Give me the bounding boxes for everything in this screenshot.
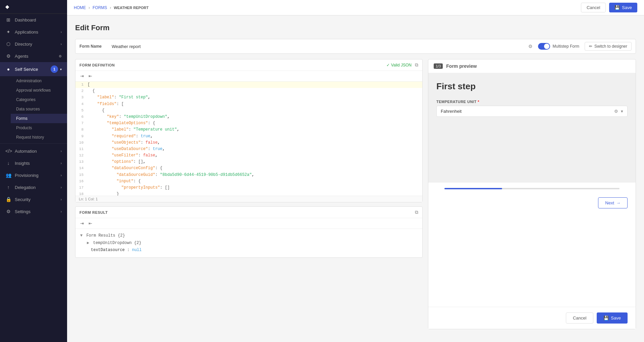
chevron-right-icon: › (61, 30, 62, 34)
delegation-icon: ↑ (5, 185, 11, 190)
chevron-down-icon: ▾ (621, 109, 623, 114)
sidebar-item-label: Settings (15, 209, 31, 214)
sidebar-item-dashboard[interactable]: ⊞ Dashboard (0, 14, 67, 26)
form-name-input[interactable] (112, 44, 528, 49)
result-toolbar: ⇥ ⇤ (75, 218, 422, 229)
sidebar-item-self-service[interactable]: ● Self Service 1 ▾ (0, 62, 67, 76)
preview-save-button[interactable]: 💾 Save (597, 312, 628, 324)
next-button[interactable]: Next → (598, 197, 628, 208)
sidebar-item-insights[interactable]: ↓ Insights › (0, 157, 67, 169)
code-line-17: 17 "propertyInputs": [] (75, 185, 422, 191)
chevron-right-icon: › (61, 198, 62, 201)
sidebar-item-label: Insights (15, 161, 30, 166)
copy-icon[interactable]: ⧉ (415, 62, 418, 68)
form-definition-header: FORM DEFINITION ✓ Valid JSON ⧉ (75, 59, 422, 71)
sidebar-item-settings[interactable]: ⚙ Settings › (0, 205, 67, 217)
sidebar-item-categories[interactable]: Categories (11, 95, 67, 104)
temperature-unit-select[interactable]: Fahrenheit ⚙ ▾ (436, 106, 628, 117)
code-line-7: 7 "templateOptions": { (75, 120, 422, 127)
sidebar-item-request-history[interactable]: Request history (11, 133, 67, 142)
sidebar-item-approval-workflows[interactable]: Approval workflows (11, 86, 67, 95)
automation-icon: </> (5, 148, 11, 154)
sidebar-label: Approval workflows (16, 88, 51, 93)
save-button[interactable]: 💾 Save (609, 3, 637, 12)
sidebar-label: Data sources (16, 107, 40, 111)
sidebar-item-label: Delegation (15, 185, 36, 190)
save-icon-bottom: 💾 (603, 315, 609, 321)
collapse-icon[interactable]: ▼ (80, 233, 83, 238)
expand-icon[interactable]: ▶ (87, 241, 89, 245)
lock-icon: 🔒 (5, 197, 11, 202)
sidebar-item-delegation[interactable]: ↑ Delegation › (0, 181, 67, 193)
code-line-9: 9 "required": true, (75, 133, 422, 140)
form-name-bar: Form Name ⚙ Multistep Form ✏ Switch to d… (75, 39, 636, 54)
breadcrumb: HOME › FORMS › WEATHER REPORT (74, 5, 149, 10)
sidebar-item-label: Applications (15, 30, 38, 35)
sidebar-item-agents[interactable]: ⚙ Agents ⚙ (0, 50, 67, 62)
gear-icon: ⚙ (59, 54, 62, 58)
cancel-button[interactable]: Cancel (581, 3, 606, 12)
breadcrumb-sep1: › (89, 5, 90, 10)
result-child-1-label: tempUnitDropdown {2} (93, 241, 141, 245)
sidebar-item-applications[interactable]: ✦ Applications › (0, 26, 67, 38)
gear-field-icon[interactable]: ⚙ (614, 109, 618, 114)
copy-result-icon[interactable]: ⧉ (415, 209, 418, 215)
code-line-14: 14 "dataSourceConfig": { (75, 165, 422, 172)
expand-all-button[interactable]: ⇥ (79, 220, 85, 227)
provisioning-icon: 👥 (5, 173, 11, 178)
chevron-right-icon: › (61, 42, 62, 46)
outdent-button[interactable]: ⇤ (87, 73, 94, 79)
chevron-right-icon: › (61, 186, 62, 189)
sidebar-label: Products (16, 126, 32, 130)
code-line-8: 8 "label": "Temperature unit", (75, 127, 422, 133)
sidebar-item-label: Automation (15, 149, 37, 154)
sidebar-item-directory[interactable]: ⬡ Directory › (0, 38, 67, 50)
code-line-4: 4 "fields": [ (75, 101, 422, 107)
form-result-section: FORM RESULT ⧉ ⇥ ⇤ ▼ Form Results {2} (75, 206, 423, 258)
code-line-15: 15 "dataSourceGuid": "8bda5d90-6d44-4519… (75, 172, 422, 178)
checkmark-icon: ✓ (386, 63, 390, 67)
sidebar-item-administration[interactable]: Administration (11, 76, 67, 86)
sidebar-item-products[interactable]: Products (11, 123, 67, 133)
collapse-all-button[interactable]: ⇤ (87, 220, 94, 227)
editor-toolbar: ⇥ ⇤ (75, 71, 422, 82)
indent-button[interactable]: ⇥ (79, 73, 85, 79)
preview-cancel-button[interactable]: Cancel (566, 312, 593, 324)
result-content: ▼ Form Results {2} ▶ tempUnitDropdown {2… (75, 229, 422, 257)
sidebar-logo: ◆ (0, 0, 67, 14)
form-result-title: FORM RESULT (79, 210, 108, 214)
breadcrumb-home[interactable]: HOME (74, 5, 86, 10)
sidebar-item-forms[interactable]: Forms (11, 114, 67, 123)
sidebar-item-provisioning[interactable]: 👥 Provisioning › (0, 169, 67, 181)
form-preview-panel: 1/3 Form preview First step TEMPERATURE … (428, 59, 636, 329)
code-editor[interactable]: 1 [ 2 { 3 "label": "First step", (75, 82, 422, 196)
code-line-13: 13 "options": [], (75, 159, 422, 165)
sidebar-item-security[interactable]: 🔒 Security › (0, 193, 67, 205)
preview-step-badge: 1/3 (434, 63, 443, 69)
gear-icon[interactable]: ⚙ (528, 44, 533, 49)
editor-statusbar: Ln: 1 Col: 1 (75, 196, 422, 202)
form-result-header: FORM RESULT ⧉ (75, 207, 422, 218)
arrow-right-icon: → (616, 200, 621, 205)
multistep-toggle[interactable] (538, 43, 550, 50)
code-line-6: 6 "key": "tempUnitDropdown", (75, 114, 422, 120)
page-content: Edit Form Form Name ⚙ Multistep Form ✏ S… (67, 15, 644, 342)
chevron-down-icon: ▾ (60, 67, 62, 71)
valid-json-indicator: ✓ Valid JSON (386, 63, 412, 67)
form-name-right: ⚙ Multistep Form ✏ Switch to designer (528, 42, 632, 51)
code-line-12: 12 "useFilter": false, (75, 152, 422, 159)
designer-icon: ✏ (589, 44, 592, 49)
sidebar-item-automation[interactable]: </> Automation › (0, 145, 67, 157)
main-content: HOME › FORMS › WEATHER REPORT Cancel 💾 S… (67, 0, 644, 342)
code-line-18: 18 } (75, 191, 422, 196)
editor-toolbar-left: ⇥ ⇤ (79, 73, 94, 79)
chevron-right-icon: › (61, 149, 62, 153)
dashboard-icon: ⊞ (5, 17, 11, 22)
topbar: HOME › FORMS › WEATHER REPORT Cancel 💾 S… (67, 0, 644, 15)
code-line-11: 11 "useDataSource": true, (75, 146, 422, 152)
switch-to-designer-button[interactable]: ✏ Switch to designer (585, 42, 632, 51)
breadcrumb-forms[interactable]: FORMS (93, 5, 107, 10)
topbar-actions: Cancel 💾 Save (581, 3, 637, 12)
sidebar-item-data-sources[interactable]: Data sources (11, 104, 67, 114)
code-line-10: 10 "useObjects": false, (75, 140, 422, 146)
